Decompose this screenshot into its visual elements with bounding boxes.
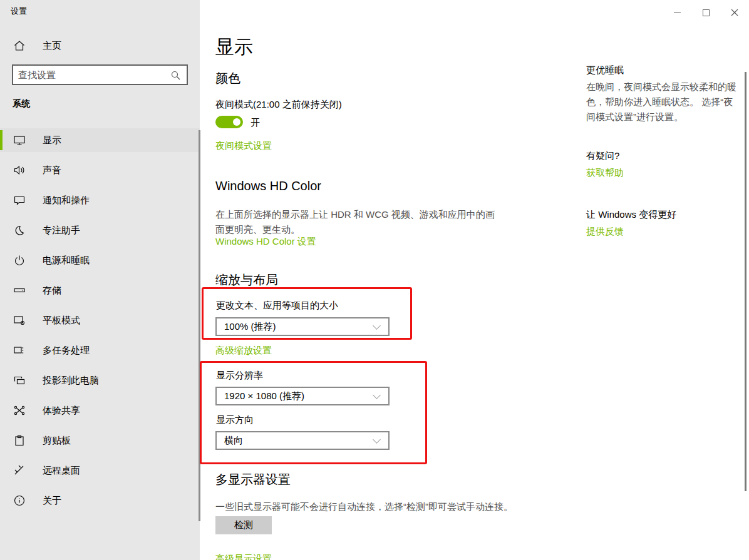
night-mode-settings-link[interactable]: 夜间模式设置 — [215, 140, 272, 152]
sidebar-item-focus-assist[interactable]: 专注助手 — [0, 218, 200, 242]
night-mode-toggle[interactable] — [215, 116, 243, 128]
orientation-dropdown-value: 横向 — [217, 435, 374, 447]
sidebar-item-label: 关于 — [43, 495, 61, 507]
focus-assist-icon — [13, 224, 26, 237]
sidebar-item-label: 存储 — [43, 285, 61, 297]
color-section-heading: 颜色 — [215, 70, 240, 87]
sidebar-item-tablet-mode[interactable]: 平板模式 — [0, 308, 200, 332]
hd-color-description: 在上面所选择的显示器上让 HDR 和 WCG 视频、游戏和应用中的画面更明亮、更… — [215, 207, 498, 237]
sidebar-item-multitasking[interactable]: 多任务处理 — [0, 339, 200, 362]
sidebar-item-label: 投影到此电脑 — [43, 375, 99, 387]
advanced-display-link[interactable]: 高级显示设置 — [215, 553, 272, 560]
notifications-icon — [13, 194, 26, 206]
sidebar-item-projecting[interactable]: 投影到此电脑 — [0, 369, 200, 392]
display-icon — [13, 134, 26, 146]
selected-accent-bar — [0, 130, 3, 150]
sidebar-item-remote-desktop[interactable]: 远程桌面 — [0, 459, 200, 482]
multitask-icon — [13, 344, 26, 357]
page-title: 显示 — [215, 34, 253, 60]
multi-display-description: 一些旧式显示器可能不会进行自动连接，选择“检测”即可尝试手动连接。 — [215, 499, 604, 514]
sidebar-item-label: 平板模式 — [43, 315, 80, 327]
sidebar-item-storage[interactable]: 存储 — [0, 278, 200, 302]
chevron-down-icon — [373, 435, 381, 444]
orientation-dropdown[interactable]: 横向 — [215, 431, 390, 450]
sidebar-item-home[interactable]: 主页 — [0, 34, 200, 58]
close-icon — [731, 9, 738, 16]
project-icon — [13, 374, 26, 387]
sidebar-item-about[interactable]: 关于 — [0, 489, 200, 512]
sidebar-item-clipboard[interactable]: 剪贴板 — [0, 429, 200, 452]
sound-icon — [13, 164, 26, 176]
sidebar-item-label: 声音 — [43, 165, 61, 176]
settings-window: 设置 主页 系统 显示 声音 通知和操作 专注助手 电源和 — [0, 0, 749, 560]
help-heading: 有疑问? — [586, 150, 619, 162]
sidebar-item-power-sleep[interactable]: 电源和睡眠 — [0, 248, 200, 272]
shared-experiences-icon — [13, 404, 26, 417]
power-icon — [13, 254, 26, 267]
sidebar-item-label: 多任务处理 — [43, 345, 90, 357]
sidebar-item-label: 剪贴板 — [43, 435, 71, 447]
search-icon[interactable] — [170, 70, 180, 80]
home-icon — [13, 39, 26, 52]
feedback-heading: 让 Windows 变得更好 — [586, 209, 676, 221]
sidebar-item-sound[interactable]: 声音 — [0, 158, 200, 182]
sidebar-item-label: 远程桌面 — [43, 465, 80, 477]
resolution-dropdown-value: 1920 × 1080 (推荐) — [217, 390, 374, 402]
clipboard-icon — [13, 434, 26, 447]
toggle-knob — [233, 118, 240, 126]
resolution-dropdown[interactable]: 1920 × 1080 (推荐) — [215, 387, 390, 405]
multi-display-heading: 多显示器设置 — [215, 471, 291, 488]
sidebar-section-header: 系统 — [13, 98, 30, 109]
sleep-tip-body: 在晚间，夜间模式会显示较柔和的暖色，帮助你进入睡眠状态。 选择“夜间模式设置”进… — [586, 79, 741, 125]
minimize-icon — [674, 13, 681, 13]
sidebar-item-label: 通知和操作 — [43, 195, 90, 206]
search-input[interactable] — [13, 69, 170, 80]
main-scrollbar[interactable] — [745, 72, 746, 491]
get-help-link[interactable]: 获取帮助 — [586, 167, 624, 179]
chevron-down-icon — [373, 391, 381, 399]
advanced-scaling-link[interactable]: 高级缩放设置 — [215, 345, 272, 357]
sidebar-scrollbar[interactable] — [199, 130, 200, 521]
sidebar-item-notifications[interactable]: 通知和操作 — [0, 188, 200, 212]
maximize-icon — [703, 9, 710, 16]
toggle-state-label: 开 — [251, 117, 260, 129]
chevron-down-icon — [373, 322, 381, 330]
sidebar-item-label: 体验共享 — [43, 405, 80, 417]
hd-color-settings-link[interactable]: Windows HD Color 设置 — [215, 236, 316, 248]
detect-button[interactable]: 检测 — [215, 516, 272, 534]
sidebar-item-label: 专注助手 — [43, 225, 80, 237]
storage-icon — [13, 284, 26, 297]
sidebar-item-label: 显示 — [43, 135, 61, 146]
sidebar-item-label: 电源和睡眠 — [43, 255, 90, 267]
hd-color-heading: Windows HD Color — [215, 179, 321, 193]
sleep-tip-heading: 更优睡眠 — [586, 64, 624, 76]
scale-label: 更改文本、应用等项目的大小 — [216, 300, 338, 312]
close-button[interactable] — [720, 0, 749, 25]
tablet-icon — [13, 314, 26, 327]
resolution-label: 显示分辨率 — [216, 370, 263, 382]
maximize-button[interactable] — [691, 0, 720, 25]
remote-desktop-icon — [13, 464, 26, 477]
give-feedback-link[interactable]: 提供反馈 — [586, 226, 624, 238]
scale-dropdown[interactable]: 100% (推荐) — [215, 317, 390, 336]
scale-layout-heading: 缩放与布局 — [215, 272, 278, 288]
minimize-button[interactable] — [663, 0, 691, 25]
sidebar-item-display[interactable]: 显示 — [0, 128, 200, 152]
night-mode-label: 夜间模式(21:00 之前保持关闭) — [215, 99, 342, 111]
sidebar-item-label: 主页 — [43, 40, 61, 52]
orientation-label: 显示方向 — [216, 414, 254, 426]
search-box — [12, 64, 188, 85]
scale-dropdown-value: 100% (推荐) — [217, 321, 374, 333]
sidebar-item-shared-experiences[interactable]: 体验共享 — [0, 399, 200, 422]
about-icon — [13, 494, 26, 507]
window-title: 设置 — [11, 6, 27, 17]
